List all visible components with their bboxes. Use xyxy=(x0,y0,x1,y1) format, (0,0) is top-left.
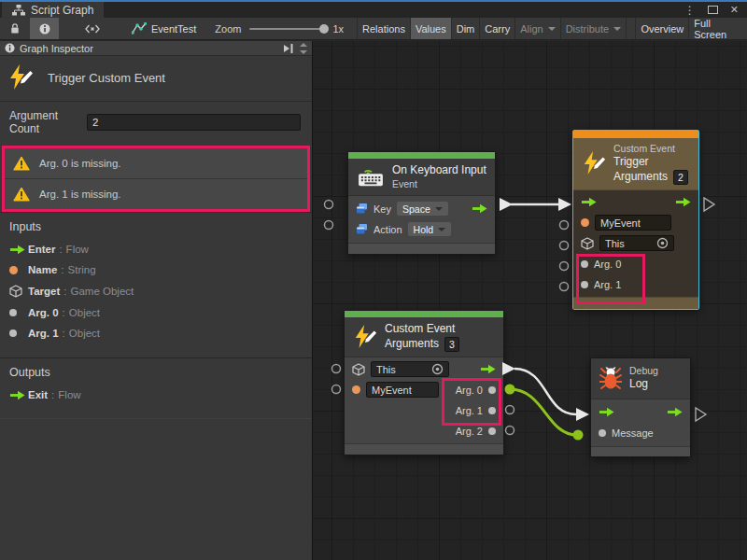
node-header: Custom Event Arguments 3 xyxy=(345,317,503,357)
node-footer xyxy=(348,243,495,254)
maximize-icon[interactable] xyxy=(708,6,718,14)
dock-icon[interactable] xyxy=(283,44,294,53)
string-port[interactable] xyxy=(352,385,360,394)
key-row: Key Space xyxy=(348,199,495,219)
arguments-count-badge[interactable]: 2 xyxy=(673,170,688,185)
connected-port[interactable] xyxy=(505,385,515,395)
pin-name: Name : String xyxy=(9,264,303,275)
graph-canvas[interactable]: On Keyboard Input Event Key Space xyxy=(313,41,747,560)
window-menu-icon[interactable]: ⋮ xyxy=(684,5,696,16)
flow-out-port[interactable] xyxy=(480,364,496,374)
chevron-down-icon xyxy=(435,207,443,211)
cube-icon xyxy=(9,285,22,298)
tab-script-graph[interactable]: Script Graph xyxy=(2,2,104,18)
connected-port[interactable] xyxy=(573,430,584,441)
argument-count-input[interactable]: 2 xyxy=(87,114,301,131)
outputs-section: Outputs Exit : Flow xyxy=(0,357,312,419)
outputs-header: Outputs xyxy=(9,366,303,379)
close-icon[interactable]: ✕ xyxy=(730,5,739,15)
align-dropdown[interactable]: Align xyxy=(514,18,559,39)
arguments-count-badge[interactable]: 3 xyxy=(444,337,459,352)
node-header: On Keyboard Input Event xyxy=(348,159,495,196)
zoom-slider[interactable] xyxy=(249,28,326,30)
spinner-icon[interactable] xyxy=(300,43,307,54)
code-preview-button[interactable] xyxy=(78,18,107,39)
tab-title: Script Graph xyxy=(31,4,93,17)
info-icon xyxy=(5,43,15,53)
info-icon xyxy=(39,23,50,35)
node-footer xyxy=(591,446,690,456)
script-graph-window: Script Graph ⋮ ✕ EventTest Zoom 1x xyxy=(0,0,747,560)
relations-button[interactable]: Relations xyxy=(357,18,410,39)
event-name-field[interactable]: MyEvent xyxy=(366,382,439,398)
inspector-toggle-button[interactable] xyxy=(30,18,60,39)
title-bar: Script Graph ⋮ ✕ xyxy=(0,0,747,18)
node-on-keyboard-input[interactable]: On Keyboard Input Event Key Space xyxy=(347,151,496,255)
node-header: Custom Event Trigger Arguments 2 xyxy=(573,138,698,190)
chevron-down-icon xyxy=(613,27,621,31)
chevron-down-icon xyxy=(438,228,445,231)
wire-keyboard-to-trigger[interactable] xyxy=(500,198,571,211)
object-picker-icon[interactable] xyxy=(431,363,444,375)
warning-row: Arg. 0 is missing. xyxy=(5,148,307,178)
zoom-slider-knob[interactable] xyxy=(319,24,329,34)
target-field[interactable]: This xyxy=(371,361,449,377)
toolbar-buttons: Relations Values Dim Carry Align Distrib… xyxy=(357,18,747,39)
carry-button[interactable]: Carry xyxy=(479,18,514,39)
key-dropdown[interactable]: Space xyxy=(397,202,448,216)
cube-port[interactable] xyxy=(352,363,365,376)
target-field[interactable]: This xyxy=(599,235,674,251)
string-port[interactable] xyxy=(581,218,589,227)
graph-name: EventTest xyxy=(151,23,196,35)
bug-icon xyxy=(599,366,622,390)
object-picker-icon[interactable] xyxy=(656,237,669,249)
target-row: This xyxy=(573,233,698,254)
lock-button[interactable] xyxy=(0,18,30,39)
wire-receiver-to-debug[interactable] xyxy=(502,362,589,421)
custom-event-icon xyxy=(582,151,606,175)
flow-arrow-icon xyxy=(9,390,25,400)
node-header: Debug Log xyxy=(591,358,690,399)
inspector-header-title: Graph Inspector xyxy=(20,43,93,54)
object-port-icon xyxy=(9,329,17,337)
overview-button[interactable]: Overview xyxy=(635,18,688,39)
object-out-port[interactable] xyxy=(488,427,496,435)
inputs-section: Inputs Enter : Flow Name : String Target… xyxy=(0,212,312,357)
unit-title-block: Trigger Custom Event xyxy=(0,56,312,102)
argument-count-label: Argument Count xyxy=(9,109,87,135)
warning-icon xyxy=(13,187,30,202)
graph-toolbar: EventTest Zoom 1x Relations Values Dim C… xyxy=(0,18,747,40)
code-icon xyxy=(85,24,100,34)
script-graph-icon xyxy=(12,5,25,16)
argument-count-row: Argument Count 2 xyxy=(0,102,312,144)
pin-enter: Enter : Flow xyxy=(9,244,303,255)
window-controls: ⋮ ✕ xyxy=(684,2,747,18)
event-color-bar xyxy=(345,311,503,317)
flow-out-port[interactable] xyxy=(472,203,487,214)
warning-icon xyxy=(13,156,30,171)
flow-in-port[interactable] xyxy=(599,407,614,417)
zoom-label: Zoom xyxy=(215,23,241,35)
object-port[interactable] xyxy=(599,429,606,437)
flow-row xyxy=(591,402,690,423)
full-screen-button[interactable]: Full Screen xyxy=(688,18,747,39)
lock-icon xyxy=(9,22,21,35)
graph-inspector-panel: Graph Inspector Trigger Custom Event Arg… xyxy=(0,41,313,560)
trigger-color-bar xyxy=(573,131,698,138)
values-button[interactable]: Values xyxy=(410,18,451,39)
node-debug-log[interactable]: Debug Log Message xyxy=(590,357,691,457)
custom-event-icon xyxy=(7,64,34,91)
wire-arg0-to-message[interactable] xyxy=(505,385,584,441)
graph-breadcrumb[interactable]: EventTest xyxy=(132,18,196,39)
distribute-dropdown[interactable]: Distribute xyxy=(560,18,626,39)
dim-button[interactable]: Dim xyxy=(451,18,480,39)
form-icon xyxy=(356,203,368,215)
cube-port[interactable] xyxy=(581,237,594,250)
flow-out-port[interactable] xyxy=(675,197,691,207)
flow-in-port[interactable] xyxy=(581,197,597,207)
action-dropdown[interactable]: Hold xyxy=(408,222,452,236)
flow-out-port[interactable] xyxy=(667,407,683,417)
event-name-field[interactable]: MyEvent xyxy=(595,215,671,231)
target-row: This xyxy=(345,359,503,380)
annotation-box-receiver-args xyxy=(442,378,501,426)
